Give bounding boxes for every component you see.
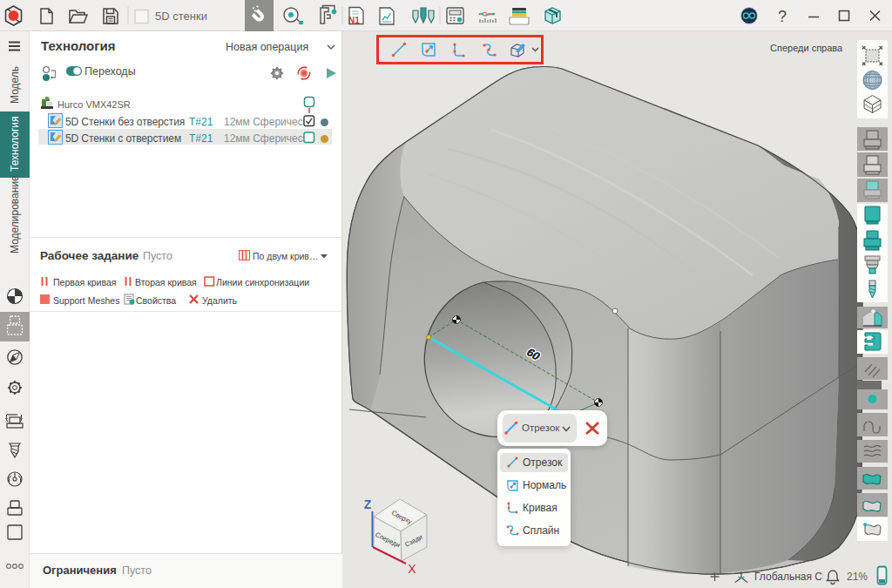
svg-text:Модель: Модель: [9, 66, 21, 104]
svg-text:N1: N1: [348, 16, 360, 25]
svg-text:Технология: Технология: [9, 117, 21, 172]
svg-text:?: ?: [778, 8, 787, 25]
svg-text:Моделирование: Моделирование: [9, 175, 21, 253]
svg-text:5D стенки: 5D стенки: [155, 10, 207, 23]
svg-text:Z: Z: [364, 497, 372, 511]
svg-text:X: X: [408, 562, 416, 576]
